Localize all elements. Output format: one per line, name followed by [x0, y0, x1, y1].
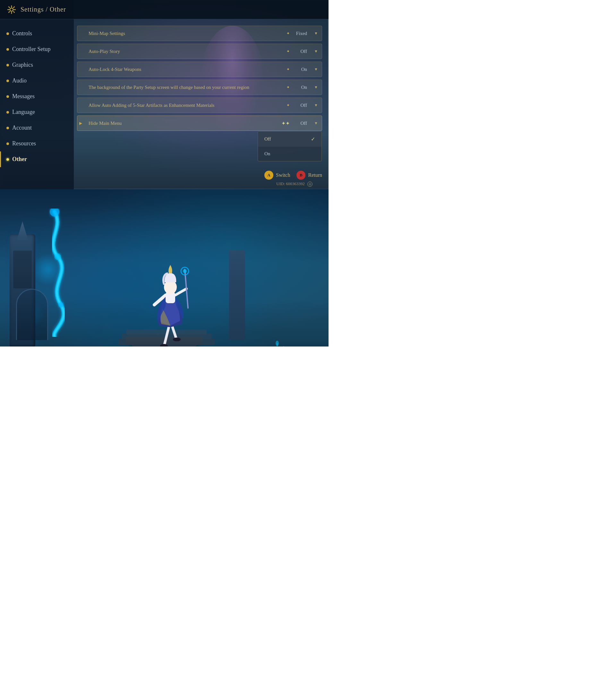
tower-right	[229, 250, 245, 340]
dropdown-button-autoplay[interactable]: ▼	[310, 44, 322, 59]
sidebar-item-controls[interactable]: Controls	[0, 26, 74, 41]
dropdown-button-autolock[interactable]: ▼	[310, 62, 322, 77]
player-character	[145, 257, 196, 346]
sidebar-item-graphics[interactable]: Graphics	[0, 57, 74, 73]
svg-point-22	[282, 346, 285, 346]
option-label-off: Off	[264, 136, 271, 142]
row-indicator: ▶	[77, 116, 84, 131]
bullet-icon	[6, 158, 9, 161]
option-label-on: On	[264, 151, 270, 157]
dropdown-button-hidemenu[interactable]: ▼	[310, 116, 322, 131]
setting-value-minimap: Fixed	[291, 31, 310, 36]
bullet-icon	[6, 95, 9, 98]
bullet-icon	[6, 48, 9, 51]
sidebar-item-messages[interactable]: Messages	[0, 88, 74, 104]
dropdown-option-on[interactable]: On	[258, 146, 321, 161]
sidebar-label-other: Other	[12, 156, 27, 163]
star-icon: ✦	[286, 31, 290, 36]
star-icon: ✦✦	[281, 120, 290, 126]
ambient-light-1	[32, 254, 64, 285]
dropdown-menu-hidemenu: Off ✓ On	[258, 131, 322, 161]
star-icon: ✦	[286, 67, 290, 72]
sidebar: Controls Controller Setup Graphics Audio…	[0, 19, 74, 189]
tower-detail	[13, 250, 32, 289]
return-label: Return	[308, 172, 322, 178]
star-icon: ✦	[286, 85, 290, 90]
row-indicator	[77, 44, 84, 59]
sidebar-item-language[interactable]: Language	[0, 104, 74, 120]
sidebar-label-account: Account	[12, 124, 32, 131]
setting-row-hidemenu[interactable]: ▶ Hide Main Menu ✦✦ Off ▼ Off ✓ On	[77, 116, 322, 131]
row-indicator	[77, 62, 84, 77]
sidebar-label-controller: Controller Setup	[12, 46, 51, 53]
setting-row-partybg[interactable]: The background of the Party Setup screen…	[77, 80, 322, 95]
svg-point-9	[160, 344, 168, 346]
b-button-icon: B	[296, 171, 305, 180]
sidebar-label-language: Language	[12, 109, 35, 116]
setting-label-hidemenu: Hide Main Menu	[84, 121, 281, 126]
uid-display-top: UID: 600363392 ◎	[276, 181, 313, 187]
setting-value-autolock: On	[291, 67, 310, 72]
svg-point-16	[183, 269, 187, 273]
header-title: Settings / Other	[21, 6, 66, 13]
sidebar-item-resources[interactable]: Resources	[0, 136, 74, 152]
sidebar-item-other[interactable]: Other	[0, 152, 74, 167]
arch-doorway	[16, 289, 48, 340]
sidebar-item-audio[interactable]: Audio	[0, 73, 74, 88]
sidebar-label-messages: Messages	[12, 93, 35, 100]
a-button-icon: A	[264, 171, 273, 180]
switch-action[interactable]: A Switch	[264, 171, 290, 180]
setting-row-artifacts[interactable]: Allow Auto Adding of 5-Star Artifacts as…	[77, 98, 322, 113]
row-indicator	[77, 26, 84, 41]
setting-label-autolock: Auto-Lock 4-Star Weapons	[84, 67, 286, 72]
setting-label-partybg: The background of the Party Setup screen…	[84, 85, 286, 90]
star-icon: ✦	[286, 103, 290, 108]
svg-point-3	[58, 302, 63, 308]
bullet-icon	[6, 142, 9, 145]
return-action[interactable]: B Return	[296, 171, 322, 180]
setting-row-minimap[interactable]: Mini-Map Settings ✦ Fixed ▼	[77, 26, 322, 41]
ground-decorations	[271, 337, 309, 346]
dropdown-option-off[interactable]: Off ✓	[258, 132, 321, 146]
setting-value-autoplay: Off	[291, 49, 310, 54]
setting-label-artifacts: Allow Auto Adding of 5-Star Artifacts as…	[84, 103, 286, 108]
sidebar-label-audio: Audio	[12, 77, 27, 84]
sidebar-item-account[interactable]: Account	[0, 120, 74, 136]
svg-line-13	[175, 289, 186, 295]
bullet-icon	[6, 64, 9, 66]
sidebar-label-graphics: Graphics	[12, 62, 33, 68]
row-indicator	[77, 80, 84, 95]
settings-panel: Settings / Other Controls Controller Set…	[0, 0, 329, 189]
row-indicator	[77, 98, 84, 113]
setting-label-minimap: Mini-Map Settings	[84, 31, 286, 36]
bullet-icon	[6, 33, 9, 35]
dropdown-button-minimap[interactable]: ▼	[310, 26, 322, 41]
checkmark-icon: ✓	[311, 136, 315, 142]
setting-label-autoplay: Auto-Play Story	[84, 49, 286, 54]
setting-value-artifacts: Off	[291, 103, 310, 108]
setting-value-hidemenu: Off	[291, 121, 310, 126]
bullet-icon	[6, 80, 9, 82]
star-icon: ✦	[286, 49, 290, 54]
setting-row-autolock[interactable]: Auto-Lock 4-Star Weapons ✦ On ▼	[77, 62, 322, 77]
bullet-icon	[6, 111, 9, 114]
svg-point-0	[10, 8, 13, 11]
svg-point-10	[173, 338, 181, 341]
bullet-icon	[6, 127, 9, 129]
header: Settings / Other	[0, 0, 329, 19]
setting-value-partybg: On	[291, 85, 310, 90]
dropdown-button-artifacts[interactable]: ▼	[310, 98, 322, 113]
uid-icon: ◎	[307, 182, 313, 187]
gear-icon	[6, 4, 17, 15]
sidebar-item-controller-setup[interactable]: Controller Setup	[0, 41, 74, 57]
sidebar-label-controls: Controls	[12, 30, 32, 37]
svg-point-21	[276, 341, 279, 346]
settings-content: Mini-Map Settings ✦ Fixed ▼ Auto-Play St…	[77, 26, 322, 134]
sidebar-label-resources: Resources	[12, 140, 36, 147]
dropdown-button-partybg[interactable]: ▼	[310, 80, 322, 95]
setting-row-autoplay[interactable]: Auto-Play Story ✦ Off ▼	[77, 44, 322, 59]
game-scene: UID: 600363392 ◎	[0, 189, 329, 346]
action-bar: A Switch B Return	[264, 171, 322, 180]
switch-label: Switch	[276, 172, 290, 178]
